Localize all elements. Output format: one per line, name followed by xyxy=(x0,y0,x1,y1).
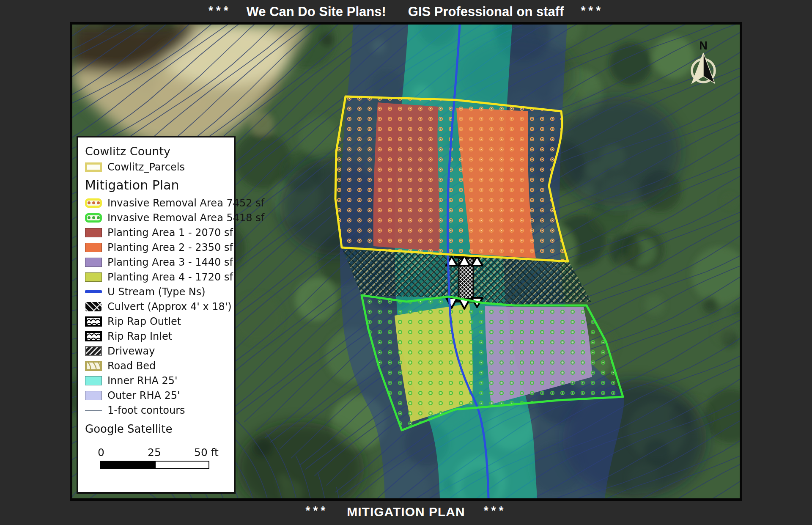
legend-item-invasive-7452: Invasive Removal Area 7452 sf xyxy=(85,195,230,210)
legend-item-planting-1: Planting Area 1 - 2070 sf xyxy=(85,225,230,240)
stars-decoration: *** xyxy=(306,504,329,517)
page: *** We Can Do Site Plans! GIS Profession… xyxy=(0,0,812,525)
riprap-inlet-swatch xyxy=(85,332,102,341)
legend-item-planting-4: Planting Area 4 - 1720 sf xyxy=(85,269,230,284)
scale-bar-graphic xyxy=(100,461,209,469)
planting2-swatch xyxy=(85,243,102,252)
legend-item-planting-3: Planting Area 3 - 1440 sf xyxy=(85,255,230,269)
scale-labels: 0 25 50 ft xyxy=(100,446,209,461)
driveway-swatch xyxy=(85,346,102,356)
outer-rha-swatch xyxy=(85,391,102,400)
legend-item-contours: 1-foot contours xyxy=(85,403,230,418)
road-bed-swatch xyxy=(85,361,102,371)
legend-section-title: Cowlitz County xyxy=(85,143,230,159)
legend-item-riprap-outlet: Rip Rap Outlet xyxy=(85,314,230,329)
legend-item-riprap-inlet: Rip Rap Inlet xyxy=(85,329,230,344)
legend-item-culvert: Culvert (Approx 4' x 18') xyxy=(85,299,230,314)
legend-item-stream: U Stream (Type Ns) xyxy=(85,284,230,299)
scale-label-25: 25 xyxy=(148,446,161,459)
banner-text-site-plans: We Can Do Site Plans! xyxy=(247,4,386,19)
inner-rha-swatch xyxy=(85,376,102,385)
planting1-swatch xyxy=(85,228,102,237)
stars-decoration: *** xyxy=(484,504,507,517)
scale-label-0: 0 xyxy=(98,446,104,459)
planting4-swatch xyxy=(85,272,102,282)
legend-section-title: Mitigation Plan xyxy=(85,175,230,195)
legend-item-inner-rha: Inner RHA 25' xyxy=(85,373,230,388)
map-canvas: N Cowlitz County Cowlitz_Parcels Mitigat… xyxy=(70,22,742,501)
invasive-yellow-swatch xyxy=(85,198,102,208)
basemap-label: Google Satellite xyxy=(85,420,230,438)
stream-line-swatch xyxy=(85,290,102,293)
scale-label-50: 50 ft xyxy=(194,446,219,459)
north-label: N xyxy=(699,39,708,52)
planting3-swatch xyxy=(85,258,102,267)
legend-item-parcels: Cowlitz_Parcels xyxy=(85,159,230,174)
legend-panel: Cowlitz County Cowlitz_Parcels Mitigatio… xyxy=(77,136,236,494)
parcel-outline-swatch xyxy=(85,162,102,172)
stars-decoration: *** xyxy=(581,4,604,17)
contour-line-swatch xyxy=(85,410,102,411)
culvert-swatch xyxy=(85,302,102,311)
legend-item-outer-rha: Outer RHA 25' xyxy=(85,388,230,403)
scale-bar: 0 25 50 ft xyxy=(100,446,209,469)
legend-item-road-bed: Road Bed xyxy=(85,358,230,373)
bottom-banner: *** MITIGATION PLAN *** xyxy=(0,498,812,525)
legend-item-planting-2: Planting Area 2 - 2350 sf xyxy=(85,240,230,255)
invasive-green-swatch xyxy=(85,213,102,223)
stars-decoration: *** xyxy=(208,4,231,17)
legend-item-invasive-5418: Invasive Removal Area 5418 sf xyxy=(85,210,230,225)
legend-item-driveway: Driveway xyxy=(85,344,230,358)
top-banner: *** We Can Do Site Plans! GIS Profession… xyxy=(0,0,812,24)
plan-title: MITIGATION PLAN xyxy=(347,505,465,519)
riprap-outlet-swatch xyxy=(85,317,102,326)
banner-text-gis: GIS Professional on staff xyxy=(408,4,564,19)
